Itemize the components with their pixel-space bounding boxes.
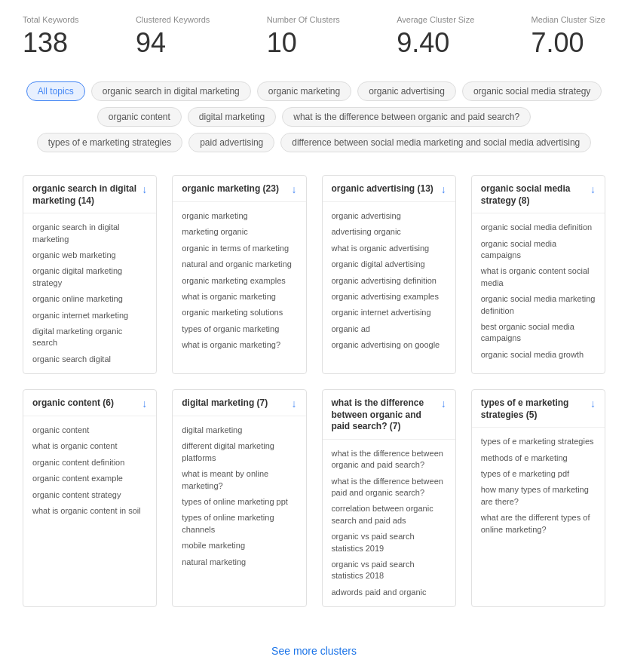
cluster-title: organic content (6) xyxy=(32,397,114,410)
download-icon[interactable]: ↓ xyxy=(441,183,446,195)
topic-chip[interactable]: organic content xyxy=(97,107,182,127)
stat-label: Clustered Keywords xyxy=(136,15,210,24)
download-icon[interactable]: ↓ xyxy=(292,397,297,410)
cluster-header: what is the difference between organic a… xyxy=(323,390,455,440)
list-item: organic social media campaigns xyxy=(481,236,596,264)
list-item: organic vs paid search statistics 2019 xyxy=(332,529,446,557)
list-item: marketing organic xyxy=(182,224,296,240)
list-item: types of online marketing ppt xyxy=(182,494,296,510)
list-item: organic advertising on google xyxy=(332,337,446,353)
topic-chip[interactable]: organic marketing xyxy=(257,81,351,101)
download-icon[interactable]: ↓ xyxy=(590,397,596,410)
list-item: digital marketing organic search xyxy=(32,324,147,351)
list-item: organic content example xyxy=(32,471,147,486)
list-item: organic in terms of marketing xyxy=(182,241,296,256)
stat-value: 9.40 xyxy=(397,27,474,59)
list-item: organic vs paid search statistics 2018 xyxy=(332,557,446,585)
topics-filter: All topicsorganic search in digital mark… xyxy=(23,81,605,152)
list-item: organic internet advertising xyxy=(332,305,446,321)
cluster-header: organic search in digital marketing (14)… xyxy=(23,176,156,213)
cluster-items: organic contentwhat is organic contentor… xyxy=(23,416,156,525)
topic-chip[interactable]: paid advertising xyxy=(188,133,274,152)
cluster-title: organic marketing (23) xyxy=(182,183,279,195)
clusters-grid: organic search in digital marketing (14)… xyxy=(23,175,605,607)
topic-chip[interactable]: digital marketing xyxy=(188,107,276,127)
list-item: what is organic content social media xyxy=(481,263,596,291)
topic-chip[interactable]: organic search in digital marketing xyxy=(91,81,251,101)
topic-chip[interactable]: types of e marketing strategies xyxy=(37,133,182,152)
list-item: what is the difference between paid and … xyxy=(332,474,446,502)
stat-value: 10 xyxy=(267,27,340,59)
list-item: what is organic content in soil xyxy=(32,503,147,519)
cluster-title: organic social media strategy (8) xyxy=(481,183,587,207)
cluster-header: types of e marketing strategies (5)↓ xyxy=(472,390,605,428)
topic-chip[interactable]: organic social media strategy xyxy=(462,81,602,101)
download-icon[interactable]: ↓ xyxy=(142,397,147,410)
topic-chip[interactable]: what is the difference between organic a… xyxy=(282,107,531,127)
topic-chip[interactable]: All topics xyxy=(26,81,85,101)
list-item: organic social media growth xyxy=(481,347,596,363)
list-item: organic marketing solutions xyxy=(182,305,296,321)
topic-chip[interactable]: difference between social media marketin… xyxy=(280,133,591,152)
list-item: types of e marketing pdf xyxy=(481,466,596,482)
list-item: correlation between organic search and p… xyxy=(332,501,446,529)
list-item: mobile marketing xyxy=(182,538,296,554)
download-icon[interactable]: ↓ xyxy=(142,183,147,195)
topic-chip[interactable]: organic advertising xyxy=(357,81,456,101)
cluster-header: organic marketing (23)↓ xyxy=(173,176,305,202)
list-item: organic content xyxy=(32,422,147,438)
cluster-header: digital marketing (7)↓ xyxy=(173,390,305,416)
stat-item: Average Cluster Size 9.40 xyxy=(397,15,474,59)
list-item: what is organic content xyxy=(32,438,147,454)
list-item: organic search digital xyxy=(32,351,147,367)
cluster-header: organic social media strategy (8)↓ xyxy=(472,176,605,213)
list-item: organic web marketing xyxy=(32,247,147,263)
stat-value: 94 xyxy=(136,27,210,59)
stat-value: 7.00 xyxy=(532,27,605,59)
list-item: organic social media definition xyxy=(481,219,596,235)
cluster-title: organic search in digital marketing (14) xyxy=(32,183,139,207)
cluster-items: what is the difference between organic a… xyxy=(323,440,455,606)
stat-value: 138 xyxy=(23,27,79,59)
list-item: best organic social media campaigns xyxy=(481,319,596,347)
list-item: what is meant by online marketing? xyxy=(182,466,296,494)
list-item: organic marketing examples xyxy=(182,273,296,289)
list-item: digital marketing xyxy=(182,422,296,438)
list-item: types of e marketing strategies xyxy=(481,434,596,450)
list-item: adwords paid and organic xyxy=(332,585,446,600)
list-item: different digital marketing platforms xyxy=(182,438,296,466)
list-item: organic digital marketing strategy xyxy=(32,263,147,291)
list-item: organic content strategy xyxy=(32,487,147,503)
stat-label: Total Keywords xyxy=(23,15,79,24)
cluster-items: organic advertisingadvertising organicwh… xyxy=(323,202,455,360)
cluster-items: organic search in digital marketingorgan… xyxy=(23,213,156,373)
download-icon[interactable]: ↓ xyxy=(441,397,446,410)
stat-item: Median Cluster Size 7.00 xyxy=(532,15,605,59)
cluster-title: what is the difference between organic a… xyxy=(332,397,438,433)
download-icon[interactable]: ↓ xyxy=(590,183,596,195)
download-icon[interactable]: ↓ xyxy=(292,183,297,195)
cluster-items: digital marketingdifferent digital marke… xyxy=(173,416,305,576)
see-more-section: See more clusters xyxy=(23,630,605,672)
list-item: organic search in digital marketing xyxy=(32,219,147,247)
stats-row: Total Keywords 138 Clustered Keywords 94… xyxy=(23,15,605,59)
cluster-items: types of e marketing strategiesmethods o… xyxy=(472,428,605,544)
cluster-card: organic social media strategy (8)↓organi… xyxy=(471,175,605,374)
cluster-title: types of e marketing strategies (5) xyxy=(481,397,587,421)
cluster-title: digital marketing (7) xyxy=(182,397,268,410)
stat-item: Number Of Clusters 10 xyxy=(267,15,340,59)
cluster-card: organic search in digital marketing (14)… xyxy=(23,175,157,374)
cluster-card: types of e marketing strategies (5)↓type… xyxy=(471,389,605,607)
see-more-button[interactable]: See more clusters xyxy=(271,645,357,657)
cluster-title: organic advertising (13) xyxy=(332,183,433,195)
cluster-card: what is the difference between organic a… xyxy=(322,389,456,607)
list-item: natural marketing xyxy=(182,554,296,570)
list-item: what are the different types of online m… xyxy=(481,510,596,538)
list-item: organic ad xyxy=(332,321,446,337)
list-item: organic internet marketing xyxy=(32,308,147,324)
cluster-card: digital marketing (7)↓digital marketingd… xyxy=(172,389,306,607)
list-item: what is organic advertising xyxy=(332,241,446,256)
list-item: organic advertising definition xyxy=(332,273,446,289)
list-item: how many types of marketing are there? xyxy=(481,482,596,510)
list-item: advertising organic xyxy=(332,224,446,240)
